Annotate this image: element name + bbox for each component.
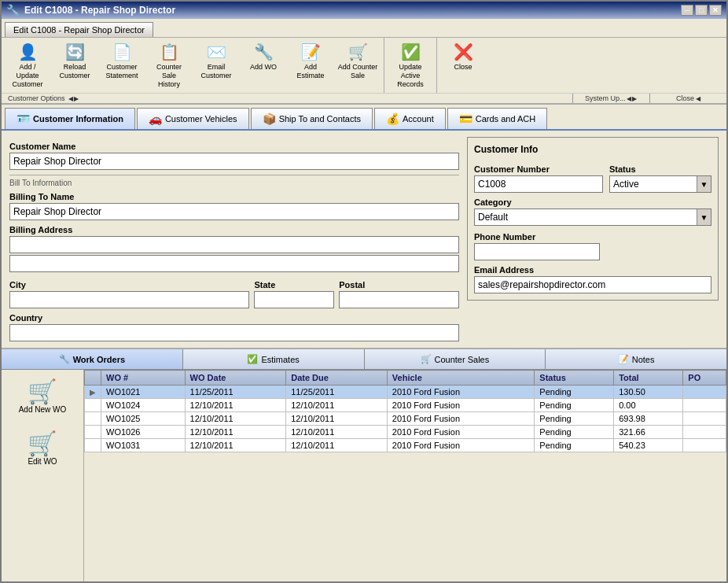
minimize-button[interactable]: ─ [681, 5, 693, 16]
tab-account[interactable]: 💰 Account [374, 108, 446, 129]
email-group: Email Address [474, 265, 711, 293]
state-label: State [254, 280, 334, 290]
update-active-records-icon: ✅ [401, 42, 421, 61]
vehicle-cell: 2010 Ford Fusion [387, 399, 534, 412]
status-header: Status [535, 371, 614, 386]
customer-name-label: Customer Name [9, 142, 459, 151]
wo-date-cell: 12/10/2011 [185, 399, 286, 412]
window-icon: 🔧 [6, 4, 20, 17]
estimates-tab[interactable]: ✅ Estimates [183, 349, 365, 369]
counter-sales-tab[interactable]: 🛒 Counter Sales [365, 349, 546, 369]
tab-ship-to-contacts[interactable]: 📦 Ship To and Contacts [251, 108, 373, 129]
customer-number-input[interactable] [474, 175, 603, 193]
category-value: Default [475, 210, 697, 224]
update-active-records-button[interactable]: ✅ Update ActiveRecords [388, 39, 433, 91]
table-row[interactable]: WO1024 12/10/2011 12/10/2011 2010 Ford F… [85, 399, 726, 412]
country-input[interactable] [9, 324, 459, 341]
add-new-wo-label: Add New WO [19, 405, 67, 414]
customer-name-input[interactable] [9, 153, 459, 170]
customer-statement-button[interactable]: 📄 CustomerStatement [99, 39, 145, 91]
state-group: State [254, 275, 334, 308]
phone-input[interactable] [474, 243, 600, 260]
customer-options-label: Customer Options ◀ ▶ [2, 94, 573, 103]
category-dropdown[interactable]: Default ▼ [474, 208, 711, 226]
content-area: Customer Name Bill To Information Billin… [2, 131, 726, 581]
po-cell [683, 426, 726, 439]
customer-info-box-title: Customer Info [474, 144, 711, 155]
work-orders-tab[interactable]: 🔧 Work Orders [2, 349, 183, 369]
billing-address-label: Billing Address [9, 225, 459, 234]
phone-group: Phone Number [474, 232, 711, 260]
maximize-button[interactable]: □ [695, 5, 708, 16]
row-indicator: ▶ [85, 386, 101, 399]
cards-tab-icon: 💳 [459, 113, 472, 125]
postal-input[interactable] [339, 291, 459, 308]
status-dropdown-arrow[interactable]: ▼ [697, 176, 711, 192]
reload-customer-button[interactable]: 🔄 ReloadCustomer [52, 39, 97, 91]
customer-statement-label: CustomerStatement [105, 63, 138, 80]
category-dropdown-arrow[interactable]: ▼ [697, 209, 711, 225]
row-indicator [85, 399, 101, 412]
add-estimate-button[interactable]: 📝 Add Estimate [288, 39, 333, 91]
tab-customer-information[interactable]: 🪪 Customer Information [5, 108, 135, 129]
billing-address2-input[interactable] [9, 255, 459, 272]
window-title: Edit C1008 - Repair Shop Director [24, 5, 175, 16]
toolbar: 👤 Add / UpdateCustomer 🔄 ReloadCustomer … [2, 38, 726, 105]
status-value: Active [610, 177, 697, 191]
table-row[interactable]: WO1025 12/10/2011 12/10/2011 2010 Ford F… [85, 412, 726, 426]
window-tab[interactable]: Edit C1008 - Repair Shop Director [5, 22, 153, 37]
add-counter-sale-button[interactable]: 🛒 Add CounterSale [335, 39, 381, 91]
edit-wo-button[interactable]: 🛒 Edit WO [28, 430, 57, 466]
email-label: Email Address [474, 265, 711, 275]
table-row[interactable]: WO1026 12/10/2011 12/10/2011 2010 Ford F… [85, 426, 726, 439]
billing-to-name-input[interactable] [9, 203, 459, 220]
add-wo-button[interactable]: 🔧 Add WO [241, 39, 286, 91]
country-label: Country [9, 313, 459, 323]
email-input[interactable] [474, 276, 711, 293]
email-customer-label: EmailCustomer [200, 63, 231, 80]
total-cell: 540.23 [614, 439, 683, 452]
customer-number-status-row: Customer Number Status Active ▼ [474, 160, 711, 193]
state-input[interactable] [254, 291, 334, 308]
add-update-customer-icon: 👤 [18, 42, 38, 61]
customer-statement-icon: 📄 [112, 42, 132, 61]
billing-address-input[interactable] [9, 236, 459, 253]
notes-tab[interactable]: 📝 Notes [546, 349, 726, 369]
wo-number-cell: WO1025 [101, 412, 186, 426]
add-counter-sale-label: Add CounterSale [338, 63, 378, 80]
add-update-customer-button[interactable]: 👤 Add / UpdateCustomer [5, 39, 50, 91]
city-input[interactable] [9, 291, 249, 308]
system-group: ✅ Update ActiveRecords [384, 38, 437, 93]
vehicle-cell: 2010 Ford Fusion [387, 439, 534, 452]
date-due-cell: 12/10/2011 [286, 439, 388, 452]
add-new-wo-button[interactable]: 🛒 Add New WO [19, 378, 67, 414]
vehicles-tab-icon: 🚗 [149, 113, 162, 125]
total-cell: 0.00 [614, 399, 683, 412]
billing-to-name-label: Billing To Name [9, 192, 459, 201]
bottom-area: 🔧 Work Orders ✅ Estimates 🛒 Counter Sale… [2, 348, 726, 581]
status-dropdown[interactable]: Active ▼ [609, 175, 711, 193]
email-customer-button[interactable]: ✉️ EmailCustomer [193, 39, 239, 91]
tab-cards-ach[interactable]: 💳 Cards and ACH [447, 108, 547, 129]
date-due-cell: 12/10/2011 [286, 412, 388, 426]
title-bar: 🔧 Edit C1008 - Repair Shop Director ─ □ … [2, 2, 726, 19]
table-row[interactable]: ▶ WO1021 11/25/2011 11/25/2011 2010 Ford… [85, 386, 726, 399]
add-new-wo-icon: 🛒 [28, 378, 57, 405]
vehicle-cell: 2010 Ford Fusion [387, 386, 534, 399]
update-active-records-label: Update ActiveRecords [390, 63, 431, 88]
counter-sale-history-button[interactable]: 📋 Counter SaleHistory [146, 39, 192, 91]
close-window-button[interactable]: ✕ [709, 5, 722, 16]
left-panel: Customer Name Bill To Information Billin… [9, 137, 459, 341]
po-cell [683, 439, 726, 452]
add-counter-sale-icon: 🛒 [348, 42, 368, 61]
toolbar-section-labels: Customer Options ◀ ▶ System Up... ◀ ▶ Cl… [2, 94, 726, 105]
tab-customer-vehicles[interactable]: 🚗 Customer Vehicles [137, 108, 249, 129]
main-window: 🔧 Edit C1008 - Repair Shop Director ─ □ … [0, 0, 728, 583]
estimates-tab-label: Estimates [261, 355, 299, 364]
table-row[interactable]: WO1031 12/10/2011 12/10/2011 2010 Ford F… [85, 439, 726, 452]
close-button[interactable]: ❌ Close [440, 39, 486, 91]
date-due-cell: 12/10/2011 [286, 399, 388, 412]
system-up-arrows: ◀ ▶ [627, 95, 637, 102]
estimates-tab-icon: ✅ [247, 354, 258, 364]
work-orders-table: WO # WO Date Date Due Vehicle Status Tot… [84, 370, 726, 452]
